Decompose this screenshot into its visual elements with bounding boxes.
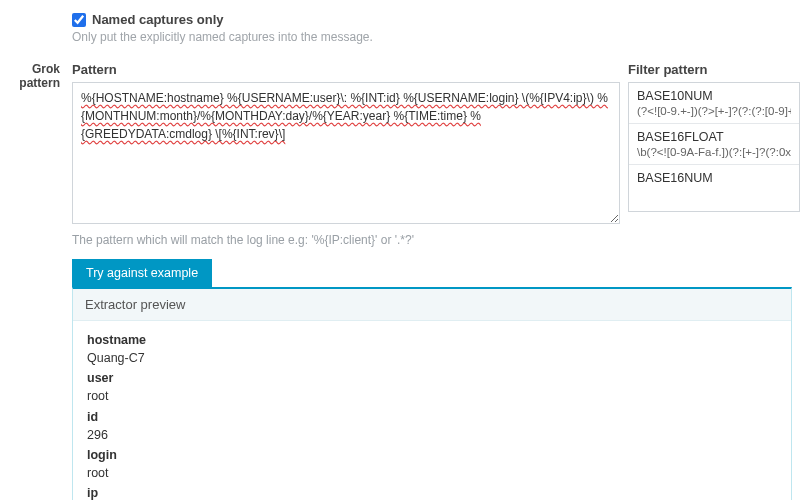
filter-item-name: BASE10NUM xyxy=(637,89,791,103)
preview-section: Try against example Extractor preview ho… xyxy=(72,259,792,500)
try-against-example-button[interactable]: Try against example xyxy=(72,259,212,287)
filter-item-name: BASE16FLOAT xyxy=(637,130,791,144)
filter-item[interactable]: BASE16NUM xyxy=(629,165,799,193)
pattern-textarea[interactable] xyxy=(72,82,620,224)
extracted-value: 296 xyxy=(87,426,777,444)
extractor-preview-header: Extractor preview xyxy=(73,289,791,321)
filter-item-regex: \b(?<![0-9A-Fa-f.])(?:[+-]?(?:0x)?(? xyxy=(637,146,791,158)
filter-item-name: BASE16NUM xyxy=(637,171,791,185)
named-captures-row: Named captures only Only put the explici… xyxy=(0,12,800,44)
pattern-row: Grok pattern Pattern The pattern which w… xyxy=(0,62,800,247)
named-captures-checkbox[interactable] xyxy=(72,13,86,27)
extracted-key: login xyxy=(87,446,777,464)
extracted-value: root xyxy=(87,464,777,482)
filter-item[interactable]: BASE16FLOAT \b(?<![0-9A-Fa-f.])(?:[+-]?(… xyxy=(629,124,799,165)
named-captures-label: Named captures only xyxy=(92,12,224,27)
extracted-value: root xyxy=(87,387,777,405)
filter-item[interactable]: BASE10NUM (?<![0-9.+-])(?>[+-]?(?:(?:[0-… xyxy=(629,83,799,124)
extracted-key: hostname xyxy=(87,331,777,349)
extracted-key: id xyxy=(87,408,777,426)
extracted-key: user xyxy=(87,369,777,387)
grok-pattern-editor: Named captures only Only put the explici… xyxy=(0,0,800,500)
extracted-key: ip xyxy=(87,484,777,500)
filter-pattern-list[interactable]: BASE10NUM (?<![0-9.+-])(?>[+-]?(?:(?:[0-… xyxy=(628,82,800,212)
extracted-value: Quang-C7 xyxy=(87,349,777,367)
filter-item-regex: (?<![0-9.+-])(?>[+-]?(?:(?:[0-9]+(?: xyxy=(637,105,791,117)
extractor-preview-body: hostname Quang-C7 user root id 296 login… xyxy=(73,321,791,500)
named-captures-help: Only put the explicitly named captures i… xyxy=(72,30,620,44)
extractor-preview-panel: Extractor preview hostname Quang-C7 user… xyxy=(72,287,792,500)
pattern-label: Pattern xyxy=(72,62,620,77)
pattern-hint: The pattern which will match the log lin… xyxy=(72,233,620,247)
filter-pattern-label: Filter pattern xyxy=(628,62,800,77)
grok-pattern-label: Grok pattern xyxy=(0,62,72,90)
